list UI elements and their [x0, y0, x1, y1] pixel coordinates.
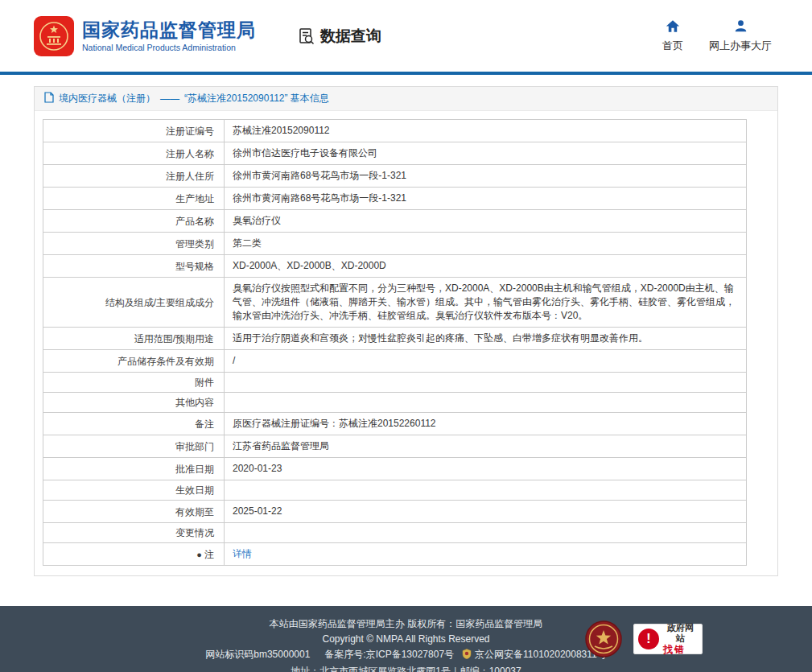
row-label: 生效日期 [43, 480, 225, 501]
table-row: 结构及组成/主要组成成分臭氧治疗仪按照型式和配置不同，分为三种型号，XD-200… [43, 278, 747, 328]
row-value: 徐州市信达医疗电子设备有限公司 [225, 142, 747, 165]
note-dot-icon: ● [196, 550, 202, 559]
detail-table: 注册证编号苏械注准20152090112注册人名称徐州市信达医疗电子设备有限公司… [43, 119, 747, 566]
nav-service-hall[interactable]: 网上办事大厅 [709, 19, 772, 53]
gov-site-find-error-badge[interactable]: ! 政府网站 找错 [633, 624, 703, 654]
content-box: 境内医疗器械（注册） —— “苏械注准20152090112” 基本信息 注册证… [34, 86, 778, 576]
row-label: 备注 [43, 413, 225, 435]
row-value [225, 523, 747, 543]
row-value [225, 373, 747, 393]
header: 国家药品监督管理局 National Medical Products Admi… [0, 0, 812, 72]
row-label: 注册人住所 [43, 165, 225, 188]
row-label: 批准日期 [43, 458, 225, 480]
nav-service-hall-label: 网上办事大厅 [709, 39, 772, 53]
table-row: 其他内容 [43, 393, 747, 413]
detail-table-wrap: 注册证编号苏械注准20152090112注册人名称徐州市信达医疗电子设备有限公司… [35, 111, 777, 567]
document-search-icon [298, 27, 315, 45]
find-error-label-bottom: 找错 [663, 644, 686, 655]
table-row: 附件 [43, 373, 747, 393]
row-value: / [225, 350, 747, 373]
find-error-icon: ! [638, 629, 659, 649]
table-row: 注册人名称徐州市信达医疗电子设备有限公司 [43, 142, 747, 165]
data-query-tab[interactable]: 数据查询 [298, 26, 381, 47]
find-error-label-top: 政府网站 [663, 623, 698, 644]
breadcrumb-category[interactable]: 境内医疗器械（注册） [59, 92, 155, 105]
row-value [225, 393, 747, 413]
page-title: “苏械注准20152090112” 基本信息 [184, 92, 329, 105]
row-label: 审批部门 [43, 435, 225, 458]
top-nav: 首页 网上办事大厅 [662, 19, 778, 53]
row-value: 2020-01-23 [225, 458, 747, 480]
row-value: 第二类 [225, 233, 747, 255]
row-label: ●注 [43, 543, 225, 566]
nav-home-label: 首页 [662, 39, 683, 53]
row-value: 臭氧治疗仪按照型式和配置不同，分为三种型号，XD-2000A、XD-2000B由… [225, 278, 747, 328]
row-value: 臭氧治疗仪 [225, 210, 747, 233]
table-row: ●注详情 [43, 543, 747, 566]
table-row: 管理类别第二类 [43, 233, 747, 255]
row-label: 产品名称 [43, 210, 225, 233]
row-label: 适用范围/预期用途 [43, 328, 225, 350]
footer-icp: 备案序号:京ICP备13027807号 [324, 649, 454, 660]
table-row: 注册人住所徐州市黄河南路68号花鸟市场一段-1-321 [43, 165, 747, 188]
row-value: 江苏省药品监督管理局 [225, 435, 747, 458]
footer: 本站由国家药品监督管理局主办 版权所有：国家药品监督管理局 Copyright … [0, 606, 812, 672]
table-row: 产品储存条件及有效期/ [43, 350, 747, 373]
footer-badges: ! 政府网站 找错 [585, 620, 703, 658]
row-value: 苏械注准20152090112 [225, 120, 747, 142]
row-value: 徐州市黄河南路68号花鸟市场一段-1-321 [225, 188, 747, 210]
table-row: 生产地址徐州市黄河南路68号花鸟市场一段-1-321 [43, 188, 747, 210]
footer-site-code: 网站标识码bm35000001 [205, 649, 310, 660]
police-badge-icon [462, 649, 472, 664]
table-row: 适用范围/预期用途适用于治疗阴道炎和宫颈炎；对慢性盆腔炎引起的疼痛、下坠感、白带… [43, 328, 747, 350]
row-label: 结构及组成/主要组成成分 [43, 278, 225, 328]
row-label: 注册证编号 [43, 120, 225, 142]
user-icon [734, 19, 748, 35]
row-value: 2025-01-22 [225, 501, 747, 523]
nmpa-logo [34, 16, 74, 56]
detail-link[interactable]: 详情 [233, 548, 252, 559]
table-row: 变更情况 [43, 523, 747, 543]
table-row: 注册证编号苏械注准20152090112 [43, 120, 747, 142]
data-query-label: 数据查询 [320, 26, 381, 47]
row-label: 其他内容 [43, 393, 225, 413]
breadcrumb-separator: —— [160, 93, 179, 105]
row-label: 注册人名称 [43, 142, 225, 165]
row-value: 适用于治疗阴道炎和宫颈炎；对慢性盆腔炎引起的疼痛、下坠感、白带增多症状有明显改善… [225, 328, 747, 350]
row-value: 原医疗器械注册证编号：苏械注准20152260112 [225, 413, 747, 435]
nav-home[interactable]: 首页 [662, 19, 683, 53]
document-icon [44, 92, 54, 105]
home-icon [666, 19, 680, 35]
table-row: 产品名称臭氧治疗仪 [43, 210, 747, 233]
row-label: 有效期至 [43, 501, 225, 523]
row-value: XD-2000A、XD-2000B、XD-2000D [225, 255, 747, 278]
row-label: 管理类别 [43, 233, 225, 255]
row-label: 生产地址 [43, 188, 225, 210]
header-divider [0, 72, 812, 75]
footer-address: 地址：北京市西城区展览路北露园1号｜邮编：100037 [0, 664, 812, 672]
detail-table-body: 注册证编号苏械注准20152090112注册人名称徐州市信达医疗电子设备有限公司… [43, 120, 747, 566]
org-title: 国家药品监督管理局 [82, 19, 256, 40]
nmpa-emblem-icon [34, 16, 74, 56]
table-row: 型号规格XD-2000A、XD-2000B、XD-2000D [43, 255, 747, 278]
table-row: 有效期至2025-01-22 [43, 501, 747, 523]
org-title-english: National Medical Products Administration [82, 43, 256, 52]
honor-badge-icon [585, 620, 622, 658]
brand-block: 国家药品监督管理局 National Medical Products Admi… [82, 19, 256, 52]
row-value [225, 480, 747, 501]
breadcrumb: 境内医疗器械（注册） —— “苏械注准20152090112” 基本信息 [35, 87, 777, 111]
row-label: 附件 [43, 373, 225, 393]
row-label: 产品储存条件及有效期 [43, 350, 225, 373]
row-value: 徐州市黄河南路68号花鸟市场一段-1-321 [225, 165, 747, 188]
table-row: 批准日期2020-01-23 [43, 458, 747, 480]
table-row: 审批部门江苏省药品监督管理局 [43, 435, 747, 458]
table-row: 生效日期 [43, 480, 747, 501]
row-label: 变更情况 [43, 523, 225, 543]
row-value: 详情 [225, 543, 747, 566]
row-label: 型号规格 [43, 255, 225, 278]
table-row: 备注原医疗器械注册证编号：苏械注准20152260112 [43, 413, 747, 435]
